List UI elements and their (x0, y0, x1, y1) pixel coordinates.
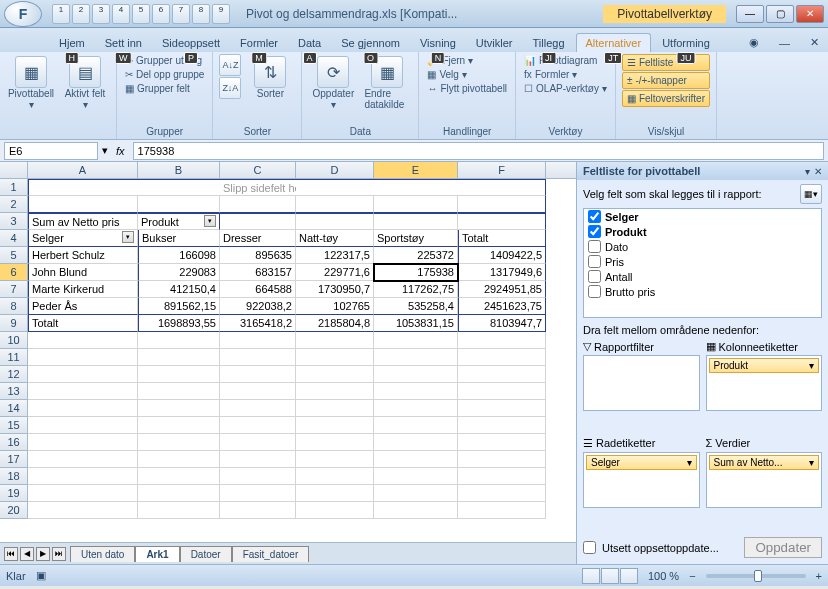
field-item-selger[interactable]: Selger (584, 209, 821, 224)
chip-sum-netto[interactable]: Sum av Netto...▾ (709, 455, 820, 470)
data-cell[interactable]: 922038,2 (220, 298, 296, 315)
update-button[interactable]: Oppdater (744, 537, 822, 558)
sheet-tab-datoer[interactable]: Datoer (180, 546, 232, 562)
macro-record-icon[interactable]: ▣ (36, 569, 46, 582)
name-box[interactable]: E6 (4, 142, 98, 160)
col-header-c[interactable]: C (220, 162, 296, 178)
field-item-dato[interactable]: Dato (584, 239, 821, 254)
tab-sett-inn[interactable]: Sett innW (96, 34, 151, 52)
data-cell[interactable]: 683157 (220, 264, 296, 281)
zoom-level[interactable]: 100 % (648, 570, 679, 582)
defer-layout-checkbox[interactable] (583, 541, 596, 554)
help-button[interactable]: ◉ (740, 33, 768, 52)
grid-body[interactable]: 1Slipp sidefelt her 2 3Sum av Netto pris… (0, 179, 576, 542)
plusminus-toggle[interactable]: ± -/+-knapper (622, 72, 710, 89)
col-label[interactable]: Dresser (220, 230, 296, 247)
view-page-break-button[interactable] (620, 568, 638, 584)
col-label[interactable]: Sportstøy (374, 230, 458, 247)
tab-nav-prev[interactable]: ◀ (20, 547, 34, 561)
select-all-corner[interactable] (0, 162, 28, 178)
qat-btn-3[interactable]: 3 (92, 4, 110, 24)
data-cell[interactable]: 1409422,5 (458, 247, 546, 264)
qat-btn-7[interactable]: 7 (172, 4, 190, 24)
zoom-out-button[interactable]: − (689, 570, 695, 582)
minimize-ribbon[interactable]: — (770, 34, 799, 52)
field-checkbox[interactable] (588, 210, 601, 223)
filter-arrow-icon[interactable]: ▾ (204, 215, 216, 227)
tab-hjem[interactable]: HjemH (50, 34, 94, 52)
data-cell[interactable]: 122317,5 (296, 247, 374, 264)
data-cell[interactable]: 3165418,2 (220, 315, 296, 332)
feltliste-toggle[interactable]: ☰ Feltliste (622, 54, 710, 71)
data-cell[interactable]: 166098 (138, 247, 220, 264)
pivot-col-field[interactable]: Produkt▾ (138, 213, 220, 230)
flytt-button[interactable]: ↔ Flytt pivottabell (425, 82, 509, 95)
feltoverskr-toggle[interactable]: ▦ Feltoverskrifter (622, 90, 710, 107)
office-button[interactable]: F (4, 1, 42, 27)
tab-utforming[interactable]: UtformingJU (653, 34, 719, 52)
maximize-button[interactable]: ▢ (766, 5, 794, 23)
data-cell[interactable]: 229771,6 (296, 264, 374, 281)
formula-input[interactable]: 175938 (133, 142, 824, 160)
view-normal-button[interactable] (582, 568, 600, 584)
data-cell[interactable]: 891562,15 (138, 298, 220, 315)
del-opp-gruppe-button[interactable]: ✂ Del opp gruppe (123, 68, 206, 81)
data-cell[interactable]: 229083 (138, 264, 220, 281)
velg-button[interactable]: ▦ Velg ▾ (425, 68, 509, 81)
values-drop-area[interactable]: Sum av Netto...▾ (706, 452, 823, 508)
close-button[interactable]: ✕ (796, 5, 824, 23)
data-cell[interactable]: 102765 (296, 298, 374, 315)
tab-sideoppsett[interactable]: SideoppsettP (153, 34, 229, 52)
qat-btn-2[interactable]: 2 (72, 4, 90, 24)
row-label[interactable]: Marte Kirkerud (28, 281, 138, 298)
qat-btn-5[interactable]: 5 (132, 4, 150, 24)
tab-alternativer[interactable]: AlternativerJT (576, 33, 652, 52)
sheet-tab-fasit-datoer[interactable]: Fasit_datoer (232, 546, 310, 562)
data-cell[interactable]: 1730950,7 (296, 281, 374, 298)
tab-utvikler[interactable]: Utvikler (467, 34, 522, 52)
active-cell[interactable]: 175938 (374, 264, 458, 281)
field-item-antall[interactable]: Antall (584, 269, 821, 284)
data-cell[interactable]: 1317949,6 (458, 264, 546, 281)
qat-btn-1[interactable]: 1 (52, 4, 70, 24)
field-item-produkt[interactable]: Produkt (584, 224, 821, 239)
qat-btn-8[interactable]: 8 (192, 4, 210, 24)
row-label[interactable]: Totalt (28, 315, 138, 332)
zoom-in-button[interactable]: + (816, 570, 822, 582)
data-cell[interactable]: 225372 (374, 247, 458, 264)
pivot-corner[interactable]: Sum av Netto pris (28, 213, 138, 230)
qat-btn-4[interactable]: 4 (112, 4, 130, 24)
col-header-a[interactable]: A (28, 162, 138, 178)
row-label[interactable]: Peder Ås (28, 298, 138, 315)
data-cell[interactable]: 895635 (220, 247, 296, 264)
data-cell[interactable]: 535258,4 (374, 298, 458, 315)
zoom-thumb[interactable] (754, 570, 762, 582)
pivot-row-field[interactable]: Selger▾ (28, 230, 138, 247)
col-label[interactable]: Natt-tøy (296, 230, 374, 247)
data-cell[interactable]: 2924951,85 (458, 281, 546, 298)
qat-btn-6[interactable]: 6 (152, 4, 170, 24)
data-cell[interactable]: 117262,75 (374, 281, 458, 298)
tab-visning[interactable]: VisningN (411, 34, 465, 52)
tab-nav-first[interactable]: ⏮ (4, 547, 18, 561)
sheet-tab-uten-dato[interactable]: Uten dato (70, 546, 135, 562)
sort-desc-button[interactable]: Z↓A (219, 77, 241, 99)
data-cell[interactable]: 8103947,7 (458, 315, 546, 332)
data-cell[interactable]: 1698893,55 (138, 315, 220, 332)
pivotdiagram-button[interactable]: 📊 Pivotdiagram (522, 54, 609, 67)
layout-options-button[interactable]: ▦▾ (800, 184, 822, 204)
close-workbook[interactable]: ✕ (801, 33, 828, 52)
zoom-slider[interactable] (706, 574, 806, 578)
fx-button[interactable]: fx (112, 145, 129, 157)
col-header-f[interactable]: F (458, 162, 546, 178)
task-pane-close[interactable]: ✕ (814, 166, 822, 177)
data-cell[interactable]: 2185804,8 (296, 315, 374, 332)
row-label[interactable]: John Blund (28, 264, 138, 281)
col-header-b[interactable]: B (138, 162, 220, 178)
col-header-e[interactable]: E (374, 162, 458, 178)
col-label[interactable]: Bukser (138, 230, 220, 247)
field-checkbox[interactable] (588, 270, 601, 283)
field-checkbox[interactable] (588, 285, 601, 298)
tab-formler[interactable]: FormlerM (231, 34, 287, 52)
view-page-layout-button[interactable] (601, 568, 619, 584)
